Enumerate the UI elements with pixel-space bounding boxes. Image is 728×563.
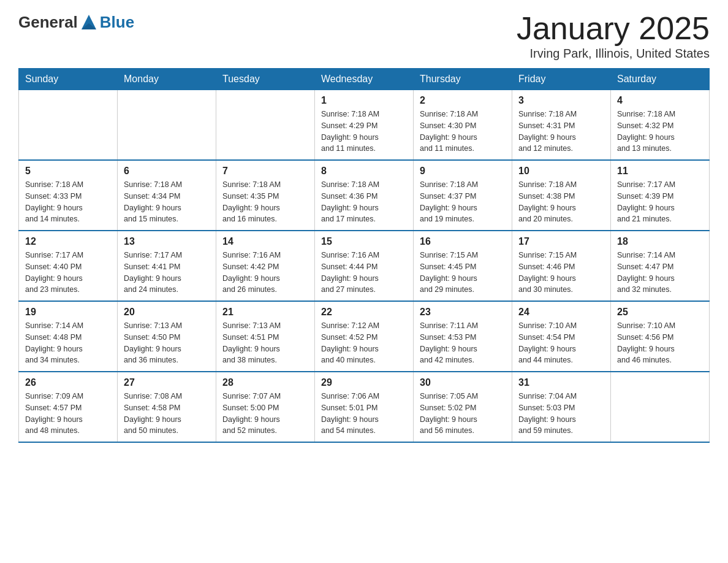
table-row <box>118 90 216 161</box>
day-number: 14 <box>222 236 308 247</box>
day-number: 18 <box>617 236 703 247</box>
day-number: 24 <box>518 307 604 318</box>
table-row: 2Sunrise: 7:18 AMSunset: 4:30 PMDaylight… <box>414 90 512 161</box>
col-tuesday: Tuesday <box>216 69 315 90</box>
calendar-week-row: 1Sunrise: 7:18 AMSunset: 4:29 PMDaylight… <box>19 90 710 161</box>
col-thursday: Thursday <box>414 69 512 90</box>
table-row: 8Sunrise: 7:18 AMSunset: 4:36 PMDaylight… <box>315 160 414 231</box>
table-row: 23Sunrise: 7:11 AMSunset: 4:53 PMDayligh… <box>414 301 512 372</box>
table-row: 10Sunrise: 7:18 AMSunset: 4:38 PMDayligh… <box>512 160 611 231</box>
day-info: Sunrise: 7:10 AMSunset: 4:54 PMDaylight:… <box>518 320 604 366</box>
day-number: 31 <box>518 377 604 388</box>
day-number: 27 <box>124 377 210 388</box>
day-info: Sunrise: 7:06 AMSunset: 5:01 PMDaylight:… <box>321 391 407 437</box>
table-row: 19Sunrise: 7:14 AMSunset: 4:48 PMDayligh… <box>19 301 118 372</box>
page-header: General Blue January 2025 Irving Park, I… <box>18 12 710 61</box>
table-row: 31Sunrise: 7:04 AMSunset: 5:03 PMDayligh… <box>512 372 611 442</box>
day-number: 11 <box>617 166 703 177</box>
table-row: 1Sunrise: 7:18 AMSunset: 4:29 PMDaylight… <box>315 90 414 161</box>
day-number: 26 <box>25 377 111 388</box>
table-row: 25Sunrise: 7:10 AMSunset: 4:56 PMDayligh… <box>611 301 710 372</box>
day-info: Sunrise: 7:16 AMSunset: 4:42 PMDaylight:… <box>222 250 308 296</box>
day-number: 22 <box>321 307 407 318</box>
day-number: 28 <box>222 377 308 388</box>
day-info: Sunrise: 7:14 AMSunset: 4:48 PMDaylight:… <box>25 320 111 366</box>
table-row: 7Sunrise: 7:18 AMSunset: 4:35 PMDaylight… <box>216 160 315 231</box>
logo-text-blue: Blue <box>100 13 134 32</box>
day-info: Sunrise: 7:12 AMSunset: 4:52 PMDaylight:… <box>321 320 407 366</box>
calendar-week-row: 26Sunrise: 7:09 AMSunset: 4:57 PMDayligh… <box>19 372 710 442</box>
day-info: Sunrise: 7:18 AMSunset: 4:38 PMDaylight:… <box>518 179 604 225</box>
day-info: Sunrise: 7:15 AMSunset: 4:46 PMDaylight:… <box>518 250 604 296</box>
day-number: 29 <box>321 377 407 388</box>
day-number: 30 <box>420 377 506 388</box>
table-row: 17Sunrise: 7:15 AMSunset: 4:46 PMDayligh… <box>512 231 611 301</box>
table-row: 29Sunrise: 7:06 AMSunset: 5:01 PMDayligh… <box>315 372 414 442</box>
logo-text-general: General <box>18 13 78 32</box>
logo-icon <box>79 12 99 32</box>
table-row: 26Sunrise: 7:09 AMSunset: 4:57 PMDayligh… <box>19 372 118 442</box>
day-number: 15 <box>321 236 407 247</box>
day-number: 1 <box>321 95 407 106</box>
table-row <box>216 90 315 161</box>
calendar-week-row: 5Sunrise: 7:18 AMSunset: 4:33 PMDaylight… <box>19 160 710 231</box>
day-number: 12 <box>25 236 111 247</box>
day-number: 17 <box>518 236 604 247</box>
table-row: 15Sunrise: 7:16 AMSunset: 4:44 PMDayligh… <box>315 231 414 301</box>
table-row <box>611 372 710 442</box>
day-number: 10 <box>518 166 604 177</box>
col-wednesday: Wednesday <box>315 69 414 90</box>
day-info: Sunrise: 7:15 AMSunset: 4:45 PMDaylight:… <box>420 250 506 296</box>
day-number: 6 <box>124 166 210 177</box>
day-number: 5 <box>25 166 111 177</box>
day-info: Sunrise: 7:13 AMSunset: 4:50 PMDaylight:… <box>124 320 210 366</box>
table-row: 5Sunrise: 7:18 AMSunset: 4:33 PMDaylight… <box>19 160 118 231</box>
table-row: 22Sunrise: 7:12 AMSunset: 4:52 PMDayligh… <box>315 301 414 372</box>
col-sunday: Sunday <box>19 69 118 90</box>
day-info: Sunrise: 7:18 AMSunset: 4:35 PMDaylight:… <box>222 179 308 225</box>
location: Irving Park, Illinois, United States <box>517 47 710 61</box>
day-info: Sunrise: 7:13 AMSunset: 4:51 PMDaylight:… <box>222 320 308 366</box>
col-saturday: Saturday <box>611 69 710 90</box>
day-number: 25 <box>617 307 703 318</box>
table-row: 16Sunrise: 7:15 AMSunset: 4:45 PMDayligh… <box>414 231 512 301</box>
day-number: 23 <box>420 307 506 318</box>
col-friday: Friday <box>512 69 611 90</box>
day-info: Sunrise: 7:10 AMSunset: 4:56 PMDaylight:… <box>617 320 703 366</box>
day-number: 21 <box>222 307 308 318</box>
day-info: Sunrise: 7:17 AMSunset: 4:40 PMDaylight:… <box>25 250 111 296</box>
day-number: 3 <box>518 95 604 106</box>
day-number: 20 <box>124 307 210 318</box>
day-info: Sunrise: 7:14 AMSunset: 4:47 PMDaylight:… <box>617 250 703 296</box>
title-block: January 2025 Irving Park, Illinois, Unit… <box>517 12 710 61</box>
calendar-week-row: 19Sunrise: 7:14 AMSunset: 4:48 PMDayligh… <box>19 301 710 372</box>
col-monday: Monday <box>118 69 216 90</box>
day-info: Sunrise: 7:08 AMSunset: 4:58 PMDaylight:… <box>124 391 210 437</box>
day-number: 4 <box>617 95 703 106</box>
day-info: Sunrise: 7:16 AMSunset: 4:44 PMDaylight:… <box>321 250 407 296</box>
table-row: 24Sunrise: 7:10 AMSunset: 4:54 PMDayligh… <box>512 301 611 372</box>
day-info: Sunrise: 7:18 AMSunset: 4:29 PMDaylight:… <box>321 109 407 155</box>
day-number: 2 <box>420 95 506 106</box>
table-row: 14Sunrise: 7:16 AMSunset: 4:42 PMDayligh… <box>216 231 315 301</box>
table-row: 30Sunrise: 7:05 AMSunset: 5:02 PMDayligh… <box>414 372 512 442</box>
day-number: 7 <box>222 166 308 177</box>
day-info: Sunrise: 7:18 AMSunset: 4:36 PMDaylight:… <box>321 179 407 225</box>
table-row: 20Sunrise: 7:13 AMSunset: 4:50 PMDayligh… <box>118 301 216 372</box>
month-title: January 2025 <box>517 12 710 44</box>
calendar-week-row: 12Sunrise: 7:17 AMSunset: 4:40 PMDayligh… <box>19 231 710 301</box>
calendar-table: Sunday Monday Tuesday Wednesday Thursday… <box>18 68 710 443</box>
table-row: 28Sunrise: 7:07 AMSunset: 5:00 PMDayligh… <box>216 372 315 442</box>
day-info: Sunrise: 7:18 AMSunset: 4:37 PMDaylight:… <box>420 179 506 225</box>
day-info: Sunrise: 7:18 AMSunset: 4:33 PMDaylight:… <box>25 179 111 225</box>
day-number: 16 <box>420 236 506 247</box>
day-number: 13 <box>124 236 210 247</box>
table-row: 12Sunrise: 7:17 AMSunset: 4:40 PMDayligh… <box>19 231 118 301</box>
day-info: Sunrise: 7:11 AMSunset: 4:53 PMDaylight:… <box>420 320 506 366</box>
table-row: 13Sunrise: 7:17 AMSunset: 4:41 PMDayligh… <box>118 231 216 301</box>
day-info: Sunrise: 7:17 AMSunset: 4:41 PMDaylight:… <box>124 250 210 296</box>
calendar-header-row: Sunday Monday Tuesday Wednesday Thursday… <box>19 69 710 90</box>
day-number: 8 <box>321 166 407 177</box>
day-info: Sunrise: 7:05 AMSunset: 5:02 PMDaylight:… <box>420 391 506 437</box>
table-row: 18Sunrise: 7:14 AMSunset: 4:47 PMDayligh… <box>611 231 710 301</box>
